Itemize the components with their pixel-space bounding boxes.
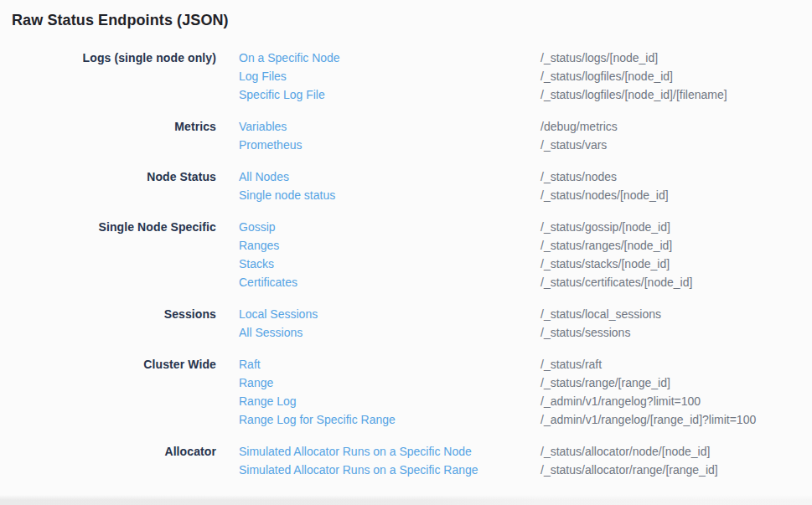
endpoint-row: Range/_status/range/[range_id] — [0, 374, 812, 392]
category-label: Node Status — [0, 167, 216, 186]
endpoint-section: SessionsLocal Sessions/_status/local_ses… — [0, 305, 812, 342]
endpoint-link[interactable]: Simulated Allocator Runs on a Specific R… — [239, 461, 540, 479]
endpoint-path: /_status/raft — [540, 355, 602, 374]
endpoint-path: /_status/allocator/node/[node_id] — [540, 442, 710, 461]
endpoint-link[interactable]: Specific Log File — [239, 85, 540, 104]
endpoint-path: /_status/gossip/[node_id] — [540, 218, 670, 236]
category-label: Logs (single node only) — [0, 49, 216, 67]
endpoint-link[interactable]: Single node status — [239, 186, 540, 204]
endpoint-link[interactable]: Local Sessions — [239, 305, 540, 323]
page-title: Raw Status Endpoints (JSON) — [12, 12, 812, 29]
endpoint-path: /_status/range/[range_id] — [540, 374, 670, 392]
endpoint-row: Prometheus/_status/vars — [0, 136, 812, 154]
endpoint-path: /_status/logfiles/[node_id]/[filename] — [540, 85, 727, 104]
footer-strip — [0, 495, 812, 505]
endpoint-path: /debug/metrics — [540, 117, 618, 136]
endpoint-row: Logs (single node only)On a Specific Nod… — [0, 49, 812, 67]
endpoint-row: Ranges/_status/ranges/[node_id] — [0, 236, 812, 255]
endpoint-row: Certificates/_status/certificates/[node_… — [0, 273, 812, 291]
endpoints-list: Logs (single node only)On a Specific Nod… — [0, 49, 812, 479]
endpoint-path: /_status/logs/[node_id] — [540, 49, 658, 67]
endpoint-row: Simulated Allocator Runs on a Specific R… — [0, 461, 812, 479]
endpoint-path: /_status/vars — [540, 136, 607, 154]
endpoint-row: Single Node SpecificGossip/_status/gossi… — [0, 218, 812, 236]
endpoint-link[interactable]: Range Log — [239, 392, 540, 410]
endpoint-path: /_admin/v1/rangelog?limit=100 — [540, 392, 701, 410]
endpoint-row: Range Log for Specific Range/_admin/v1/r… — [0, 410, 812, 429]
endpoint-link[interactable]: Certificates — [239, 273, 540, 291]
endpoint-path: /_status/logfiles/[node_id] — [540, 67, 673, 85]
endpoint-path: /_status/stacks/[node_id] — [540, 255, 670, 273]
category-label: Cluster Wide — [0, 355, 216, 374]
endpoint-row: AllocatorSimulated Allocator Runs on a S… — [0, 442, 812, 461]
endpoint-link[interactable]: All Nodes — [239, 167, 540, 186]
endpoint-section: Single Node SpecificGossip/_status/gossi… — [0, 218, 812, 291]
endpoint-link[interactable]: Range — [239, 374, 540, 392]
endpoint-row: Log Files/_status/logfiles/[node_id] — [0, 67, 812, 85]
endpoint-row: Node StatusAll Nodes/_status/nodes — [0, 167, 812, 186]
category-label: Single Node Specific — [0, 218, 216, 236]
category-label: Sessions — [0, 305, 216, 323]
endpoint-link[interactable]: Log Files — [239, 67, 540, 85]
endpoint-path: /_status/local_sessions — [540, 305, 661, 323]
endpoint-link[interactable]: Stacks — [239, 255, 540, 273]
endpoint-path: /_status/ranges/[node_id] — [540, 236, 672, 255]
category-label: Allocator — [0, 442, 216, 461]
endpoint-link[interactable]: Prometheus — [239, 136, 540, 154]
endpoint-path: /_status/sessions — [540, 323, 630, 342]
endpoint-row: Cluster WideRaft/_status/raft — [0, 355, 812, 374]
endpoint-link[interactable]: Simulated Allocator Runs on a Specific N… — [239, 442, 540, 461]
endpoint-link[interactable]: On a Specific Node — [239, 49, 540, 67]
endpoint-row: Stacks/_status/stacks/[node_id] — [0, 255, 812, 273]
raw-status-endpoints-page: Raw Status Endpoints (JSON) Logs (single… — [0, 12, 812, 505]
endpoint-row: Single node status/_status/nodes/[node_i… — [0, 186, 812, 204]
endpoint-path: /_status/certificates/[node_id] — [540, 273, 692, 291]
endpoint-row: SessionsLocal Sessions/_status/local_ses… — [0, 305, 812, 323]
endpoint-section: AllocatorSimulated Allocator Runs on a S… — [0, 442, 812, 479]
endpoint-path: /_admin/v1/rangelog/[range_id]?limit=100 — [540, 410, 756, 429]
endpoint-link[interactable]: Variables — [239, 117, 540, 136]
category-label: Metrics — [0, 117, 216, 136]
endpoint-row: Range Log/_admin/v1/rangelog?limit=100 — [0, 392, 812, 410]
endpoint-link[interactable]: Raft — [239, 355, 540, 374]
endpoint-link[interactable]: Ranges — [239, 236, 540, 255]
endpoint-path: /_status/nodes/[node_id] — [540, 186, 669, 204]
endpoint-section: Node StatusAll Nodes/_status/nodesSingle… — [0, 167, 812, 204]
endpoint-link[interactable]: Gossip — [239, 218, 540, 236]
endpoint-section: Cluster WideRaft/_status/raftRange/_stat… — [0, 355, 812, 429]
endpoint-link[interactable]: All Sessions — [239, 323, 540, 342]
endpoint-path: /_status/allocator/range/[range_id] — [540, 461, 718, 479]
endpoint-link[interactable]: Range Log for Specific Range — [239, 410, 540, 429]
endpoint-row: MetricsVariables/debug/metrics — [0, 117, 812, 136]
endpoint-section: Logs (single node only)On a Specific Nod… — [0, 49, 812, 104]
endpoint-row: Specific Log File/_status/logfiles/[node… — [0, 85, 812, 104]
endpoint-section: MetricsVariables/debug/metricsPrometheus… — [0, 117, 812, 154]
endpoint-path: /_status/nodes — [540, 167, 617, 186]
endpoint-row: All Sessions/_status/sessions — [0, 323, 812, 342]
